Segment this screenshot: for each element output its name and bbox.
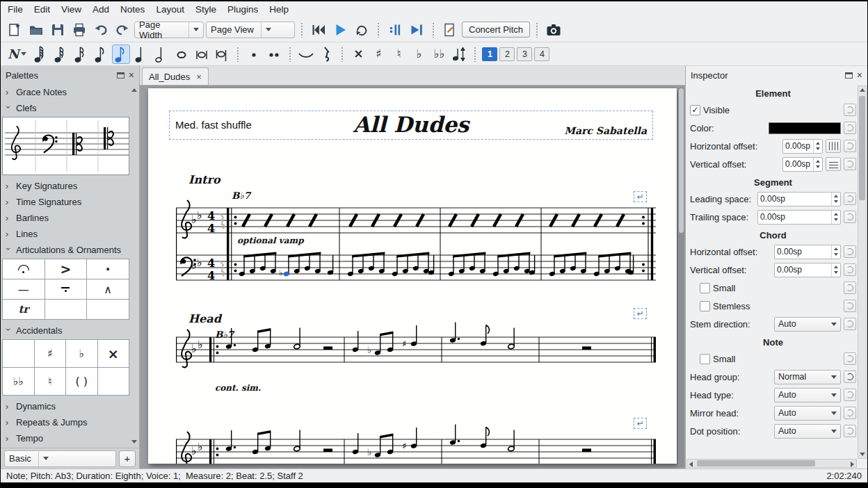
palette-cell-trill[interactable]: tr [3,300,45,319]
score-vertical-scrollbar[interactable] [678,87,684,467]
image-capture-button[interactable] [544,20,563,40]
duration-half-button[interactable] [152,44,170,64]
rest-button[interactable] [317,44,335,64]
chord-vertical-offset-spinbox[interactable]: 0.00sp [774,263,841,277]
palette-cell-treble-clef[interactable] [12,126,20,159]
inspector-horizontal-scrollbar[interactable] [686,459,857,468]
palette-cell-double-flat[interactable]: ♭♭ [3,368,34,395]
stepper-icon[interactable] [813,140,822,153]
natural-button[interactable]: ♮ [389,44,408,64]
tie-button[interactable] [297,44,315,64]
toolbar-drag-handle[interactable] [536,22,538,38]
palette-item-grace-notes[interactable]: ›Grace Notes [1,84,131,100]
palette-scroll-up-icon[interactable] [131,88,137,92]
duration-64th-button[interactable] [31,44,49,64]
palette-cell-fermata[interactable] [3,259,45,279]
add-workspace-button[interactable]: + [119,450,136,467]
voice-4-button[interactable]: 4 [534,47,549,61]
leading-space-spinbox[interactable]: 0.00sp [757,192,841,206]
menu-layout[interactable]: Layout [150,2,190,17]
reset-chord-horizontal-button[interactable] [844,245,856,258]
palette-item-barlines[interactable]: ›Barlines [1,210,131,226]
snap-horizontal-button[interactable] [826,139,841,153]
palette-cell-parentheses[interactable]: ( ) [66,368,97,395]
menu-edit[interactable]: Edit [29,2,56,17]
voice-3-button[interactable]: 3 [517,47,532,61]
duration-whole-button[interactable] [172,44,191,64]
menu-plugins[interactable]: Plugins [222,2,264,17]
reset-dot-position-button[interactable] [844,425,856,437]
stemless-checkbox[interactable] [700,301,710,311]
play-button[interactable] [330,20,350,40]
stepper-icon[interactable] [813,158,822,171]
close-panel-icon[interactable]: × [857,70,862,80]
stepper-icon[interactable] [831,245,840,259]
score-tab[interactable]: All_Dudes × [142,67,209,85]
horizontal-offset-spinbox[interactable]: 0.00sp [782,139,823,154]
reset-head-type-button[interactable] [844,389,856,401]
palette-cell-tenuto[interactable]: — [3,279,45,299]
palette-cell-empty[interactable] [98,368,129,395]
menu-style[interactable]: Style [190,2,222,17]
palette-item-articulations[interactable]: ›Articulations & Ornaments [1,242,131,258]
chord-small-checkbox[interactable] [700,283,710,293]
trailing-space-spinbox[interactable]: 0.00sp [757,210,841,225]
reset-head-group-button[interactable] [844,371,856,383]
reset-trailing-space-button[interactable] [844,211,856,223]
close-panel-icon[interactable]: × [129,70,134,80]
reset-stemless-button[interactable] [844,300,856,312]
palette-item-dynamics[interactable]: ›Dynamics [1,398,131,414]
reset-mirror-head-button[interactable] [844,407,856,419]
menu-view[interactable]: View [56,2,87,17]
reset-chord-vertical-button[interactable] [844,263,856,276]
snap-vertical-button[interactable] [826,157,841,171]
toolbar-drag-handle[interactable] [289,47,291,62]
palette-item-repeats-jumps[interactable]: ›Repeats & Jumps [1,414,131,430]
palette-cell-accent[interactable]: > [45,259,87,279]
menu-file[interactable]: File [2,2,29,17]
palette-item-lines[interactable]: ›Lines [1,226,131,242]
color-swatch[interactable] [769,122,841,134]
double-flat-button[interactable]: ♭♭ [430,44,448,64]
duration-eighth-button-selected[interactable] [112,44,130,64]
vertical-offset-spinbox[interactable]: 0.00sp [782,157,823,172]
palette-scroll-down-icon[interactable] [131,440,137,444]
reset-horizontal-offset-button[interactable] [844,140,856,152]
duration-quarter-button[interactable] [132,44,150,64]
stem-direction-dropdown[interactable]: Auto [774,317,841,332]
menu-notes[interactable]: Notes [115,2,150,17]
palette-item-time-signatures[interactable]: ›Time Signatures [1,194,131,210]
reset-note-small-button[interactable] [844,352,856,365]
palette-cell-staccato[interactable]: · [87,259,129,279]
concert-pitch-button[interactable]: Concert Pitch [462,22,530,38]
voice-1-button[interactable]: 1 [482,47,497,61]
palette-cell-empty[interactable] [87,300,129,319]
score-canvas[interactable]: Med. fast shuffle All Dudes Marc Sabatel… [140,86,685,469]
tab-close-icon[interactable]: × [196,72,202,81]
duration-longa-button[interactable] [213,44,231,64]
palette-cell-empty[interactable] [3,340,34,367]
loop-playback-button[interactable] [352,20,371,40]
toolbar-drag-handle[interactable] [341,47,344,62]
reset-stem-direction-button[interactable] [844,318,856,330]
head-group-dropdown[interactable]: Normal [774,370,841,384]
undo-button[interactable] [91,20,111,40]
scroll-left-icon[interactable] [689,462,693,467]
play-repeats-toggle[interactable] [385,20,405,40]
view-mode-select[interactable]: Page View [206,22,295,38]
palette-cell-portato[interactable] [45,279,87,299]
new-score-button[interactable] [5,20,24,40]
scroll-up-icon[interactable] [860,88,865,92]
stepper-icon[interactable] [831,193,840,206]
menu-help[interactable]: Help [264,2,294,17]
inspector-vertical-scrollbar[interactable] [858,86,867,459]
redo-button[interactable] [113,20,132,40]
toolbar-drag-handle[interactable] [474,47,476,62]
palette-cell-flat[interactable]: ♭ [66,340,97,367]
stepper-icon[interactable] [831,211,840,224]
save-button[interactable] [48,20,67,40]
augmentation-dot-button[interactable] [245,44,263,64]
duration-16th-button[interactable] [72,44,90,64]
palette-cell-marcato[interactable]: ∧ [87,279,129,299]
score-notation[interactable]: ♭ ♭ ♭ ♭ 4 4 4 4 [148,88,677,464]
